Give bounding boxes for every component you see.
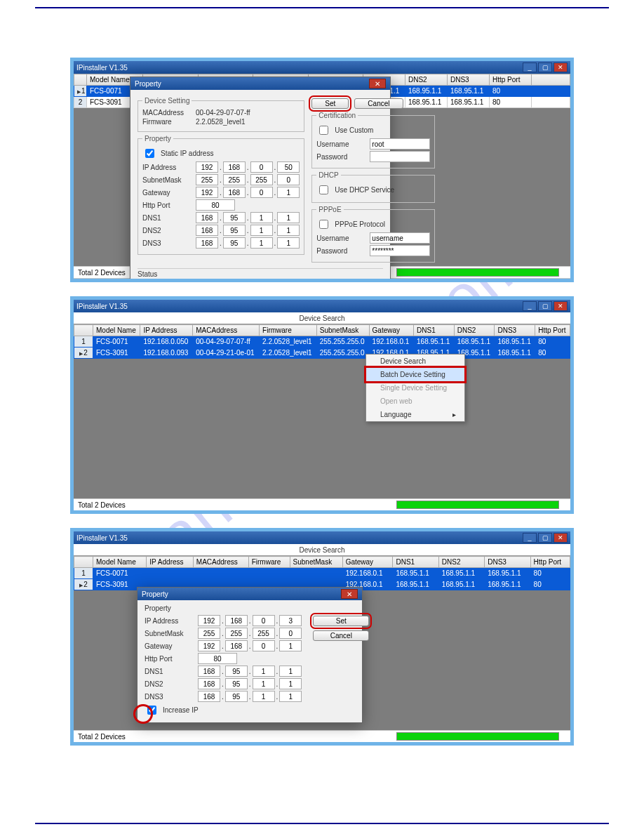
dns1-input[interactable]: ...	[196, 212, 300, 223]
menu-batch-device-setting[interactable]: Batch Device Setting	[366, 368, 464, 381]
status-bar: Total 2 Devices	[74, 498, 570, 510]
password-input[interactable]	[370, 151, 430, 162]
username-input[interactable]	[370, 138, 430, 150]
property-dialog: Property ✕ Property IP Address ... Subne…	[137, 587, 363, 723]
maximize-button[interactable]: ▢	[538, 533, 552, 543]
progress-bar	[396, 501, 559, 509]
subnet-input[interactable]: ...	[196, 174, 300, 185]
status-text: Total 2 Devices	[78, 269, 126, 277]
set-button[interactable]: Set	[311, 98, 349, 109]
status-label: Status	[137, 268, 383, 278]
maximize-button[interactable]: ▢	[538, 301, 552, 311]
close-icon[interactable]: ✕	[341, 589, 358, 599]
close-icon[interactable]: ✕	[369, 79, 386, 88]
screenshot-3: IPinstaller V1.35 _ ▢ ✕ Device Search Mo…	[70, 528, 574, 746]
app-title: IPinstaller V1.35	[76, 64, 128, 72]
minimize-button[interactable]: _	[523, 533, 537, 543]
dns2-input[interactable]: ...	[198, 678, 302, 689]
menu-single-device-setting[interactable]: Single Device Setting	[366, 381, 464, 395]
dns1-input[interactable]: ...	[198, 666, 302, 677]
close-button[interactable]: ✕	[554, 62, 568, 72]
context-menu: Device Search Batch Device Setting Singl…	[365, 354, 465, 422]
table-header: Model Name IP Address MACAddress Firmwar…	[74, 325, 570, 336]
close-button[interactable]: ✕	[554, 533, 568, 543]
table-row[interactable]: 1 FCS-0071192.168.0.05000-04-29-07-07-ff…	[74, 336, 570, 348]
ip-input[interactable]: ...	[196, 161, 300, 173]
dialog-title: Property	[135, 80, 161, 88]
progress-bar	[396, 732, 559, 741]
maximize-button[interactable]: ▢	[538, 62, 552, 72]
cancel-button[interactable]: Cancel	[313, 630, 369, 641]
pppoe-checkbox[interactable]	[319, 220, 328, 229]
cancel-button[interactable]: Cancel	[354, 98, 403, 109]
dialog-titlebar: Property ✕	[137, 588, 362, 600]
window-titlebar: IPinstaller V1.35 _ ▢ ✕	[74, 531, 570, 544]
screenshot-1: IPinstaller V1.35 _ ▢ ✕ Model Name DNS1 …	[70, 58, 574, 282]
set-button[interactable]: Set	[313, 616, 369, 626]
progress-bar	[396, 268, 559, 277]
dns3-input[interactable]: ...	[196, 237, 300, 249]
table-row[interactable]: 2 FCS-3091192.168.0.09300-04-29-21-0e-01…	[74, 348, 570, 359]
window-titlebar: IPinstaller V1.35 _ ▢ ✕	[74, 300, 570, 312]
pppoe-username-input[interactable]	[370, 232, 430, 244]
dns2-input[interactable]: ...	[196, 225, 300, 236]
close-button[interactable]: ✕	[554, 301, 568, 311]
static-ip-checkbox[interactable]	[145, 149, 154, 158]
menu-open-web[interactable]: Open web	[366, 395, 464, 408]
dialog-titlebar: Property ✕	[130, 77, 390, 90]
status-bar: Total 2 Devices	[74, 730, 570, 742]
table-header: Model Name IP Address MACAddress Firmwar…	[74, 557, 570, 568]
http-port-input[interactable]	[196, 199, 235, 211]
property-dialog: Property ✕ Device Setting MACAddress00-0…	[130, 77, 391, 282]
minimize-button[interactable]: _	[523, 62, 537, 72]
window-titlebar: IPinstaller V1.35 _ ▢ ✕	[74, 61, 570, 74]
use-custom-checkbox[interactable]	[319, 126, 328, 135]
use-dhcp-checkbox[interactable]	[319, 185, 328, 194]
tab-device-search[interactable]: Device Search	[74, 312, 570, 324]
tab-device-search[interactable]: Device Search	[74, 544, 570, 556]
table-row[interactable]: 1 FCS-0071 192.168.0.1168.95.1.1168.95.1…	[74, 568, 570, 579]
highlight-circle	[133, 704, 153, 724]
menu-language[interactable]: Language	[366, 408, 464, 421]
menu-device-search[interactable]: Device Search	[366, 355, 464, 368]
device-table: Model Name IP Address MACAddress Firmwar…	[74, 324, 570, 359]
gateway-input[interactable]: ...	[198, 640, 302, 651]
http-port-input[interactable]	[198, 653, 237, 664]
pppoe-password-input[interactable]	[370, 245, 430, 256]
screenshot-2: IPinstaller V1.35 _ ▢ ✕ Device Search Mo…	[70, 296, 574, 514]
subnet-input[interactable]: ...	[198, 628, 302, 639]
ip-input[interactable]: ...	[198, 615, 302, 626]
device-table: Model Name IP Address MACAddress Firmwar…	[74, 556, 570, 590]
gateway-input[interactable]: ...	[196, 187, 300, 198]
dns3-input[interactable]: ...	[198, 691, 302, 702]
minimize-button[interactable]: _	[523, 301, 537, 311]
